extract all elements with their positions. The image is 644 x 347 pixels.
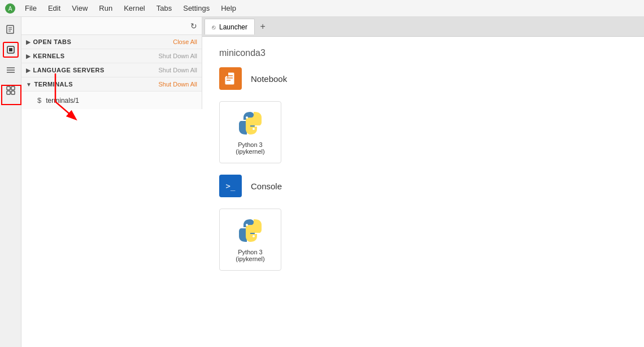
section-kernels[interactable]: ▶ KERNELS Shut Down All	[21, 49, 202, 63]
shutdown-all-ls-button[interactable]: Shut Down All	[159, 67, 197, 73]
python-kernel-row-1: Python 3(ipykernel)	[219, 101, 627, 163]
console-row: >_ Console	[219, 175, 627, 197]
anaconda-logo: A	[5, 3, 16, 14]
chevron-kernels: ▶	[26, 53, 31, 59]
tab-bar: ⎋ Launcher +	[202, 17, 644, 37]
section-terminals[interactable]: ▼ TERMINALS Shut Down All	[21, 77, 202, 92]
python-kernel-card-2[interactable]: Python 3(ipykernel)	[219, 209, 281, 271]
section-title-terminals: TERMINALS	[34, 81, 73, 88]
menu-edit[interactable]: Edit	[43, 3, 65, 14]
svg-point-23	[246, 116, 248, 119]
menu-view[interactable]: View	[67, 3, 92, 14]
console-icon: >_	[219, 175, 242, 197]
launcher-tab-label: Launcher	[219, 23, 247, 31]
sidebar: ↻ ▶ OPEN TABS Close All ▶ KERNELS Shut D…	[21, 17, 202, 109]
python-kernel-card-1[interactable]: Python 3(ipykernel)	[219, 101, 281, 163]
terminal-item-1[interactable]: $ terminals/1	[21, 94, 202, 107]
notebook-label: Notebook	[251, 74, 287, 84]
svg-point-25	[246, 224, 248, 226]
sidebar-wrapper: ↻ ▶ OPEN TABS Close All ▶ KERNELS Shut D…	[21, 17, 202, 347]
python-kernel-label-1: Python 3(ipykernel)	[236, 141, 264, 155]
sidebar-toolbar: ↻	[21, 17, 202, 35]
menu-run[interactable]: Run	[94, 3, 117, 14]
new-tab-button[interactable]: +	[256, 20, 269, 33]
svg-point-26	[253, 235, 255, 237]
section-title-open-tabs: OPEN TABS	[33, 38, 72, 45]
activity-search[interactable]	[3, 62, 19, 78]
python-kernel-label-2: Python 3(ipykernel)	[236, 249, 264, 262]
notebook-icon	[219, 67, 242, 90]
menu-settings[interactable]: Settings	[179, 3, 214, 14]
svg-rect-12	[11, 86, 15, 90]
menu-tabs[interactable]: Tabs	[152, 3, 176, 14]
section-language-servers[interactable]: ▶ LANGUAGE SERVERS Shut Down All	[21, 63, 202, 77]
section-title-kernels: KERNELS	[33, 53, 65, 59]
tab-launcher[interactable]: ⎋ Launcher	[204, 19, 255, 34]
menu-file[interactable]: File	[20, 3, 41, 14]
svg-point-24	[253, 128, 255, 130]
launcher-section-title: miniconda3	[219, 48, 627, 58]
shutdown-all-terminals-button[interactable]: Shut Down All	[159, 81, 197, 88]
section-title-language-servers: LANGUAGE SERVERS	[33, 67, 105, 73]
close-all-button[interactable]: Close All	[173, 38, 197, 45]
chevron-open-tabs: ▶	[26, 39, 31, 45]
activity-running[interactable]	[3, 42, 19, 58]
sidebar-refresh-button[interactable]: ↻	[190, 21, 197, 31]
activity-extensions[interactable]	[3, 83, 19, 98]
section-open-tabs[interactable]: ▶ OPEN TABS Close All	[21, 35, 202, 49]
svg-text:A: A	[8, 6, 12, 12]
svg-rect-14	[11, 91, 15, 94]
activity-files[interactable]	[3, 21, 19, 37]
svg-rect-11	[7, 86, 10, 90]
notebook-row: Notebook	[219, 67, 627, 90]
terminal-icon: $	[37, 96, 41, 105]
svg-rect-7	[9, 48, 12, 51]
python-logo-2	[237, 217, 264, 244]
main-layout: ↻ ▶ OPEN TABS Close All ▶ KERNELS Shut D…	[0, 17, 644, 347]
menubar: A File Edit View Run Kernel Tabs Setting…	[0, 0, 644, 17]
python-kernel-row-2: Python 3(ipykernel)	[219, 209, 627, 271]
chevron-language-servers: ▶	[26, 67, 31, 73]
terminal-label: terminals/1	[46, 97, 79, 105]
python-logo-1	[237, 110, 264, 137]
shutdown-all-kernels-button[interactable]: Shut Down All	[159, 53, 197, 59]
chevron-terminals: ▼	[26, 81, 32, 88]
activity-bar	[0, 17, 21, 347]
launcher-content: miniconda3 Notebook	[202, 37, 644, 347]
console-label: Console	[251, 181, 282, 191]
menu-kernel[interactable]: Kernel	[119, 3, 150, 14]
launcher-tab-icon: ⎋	[212, 24, 216, 31]
svg-rect-13	[7, 91, 10, 94]
menu-help[interactable]: Help	[216, 3, 241, 14]
content-area: ⎋ Launcher + miniconda3	[202, 17, 644, 347]
terminals-content: $ terminals/1	[21, 92, 202, 109]
